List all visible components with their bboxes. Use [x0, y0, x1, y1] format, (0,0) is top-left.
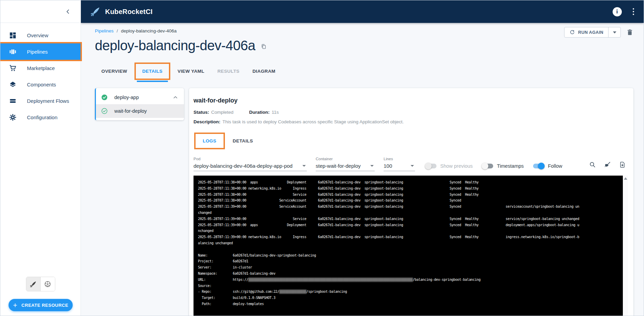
timestamps-label: Timestamps	[497, 163, 524, 169]
scroll-up-icon[interactable]	[624, 177, 627, 180]
log-terminal: 2025-05-28T07:11:38+00:00 apps Deploymen…	[194, 176, 628, 316]
container-select[interactable]: Container step-wait-for-deploy	[316, 157, 375, 171]
duration-value: 11s	[272, 110, 279, 115]
theme-tool-group	[26, 277, 55, 291]
sidebar-item-deployment-flows[interactable]: Deployment Flows	[0, 93, 81, 109]
task-tree-card: deploy-app wait-for-deploy	[95, 88, 184, 120]
duration-label: Duration:	[249, 110, 270, 115]
description-row: Description: This task is used to deploy…	[194, 119, 628, 124]
search-logs-button[interactable]	[589, 161, 596, 168]
sidebar-item-label: Overview	[27, 32, 48, 38]
tab-log-details[interactable]: DETAILS	[226, 134, 260, 148]
sidebar: Overview Pipelines Marketplace Component…	[0, 0, 81, 316]
quill-theme-button[interactable]	[26, 277, 41, 291]
sidebar-collapse-button[interactable]	[63, 6, 73, 17]
main: KubeRocketCI i Pipelines / deploy-balanc…	[81, 0, 644, 316]
app-logo[interactable]: KubeRocketCI	[90, 6, 153, 17]
log-controls: Pod deploy-balancing-dev-406a-deploy-app…	[194, 157, 628, 171]
description-label: Description:	[194, 119, 220, 124]
status-label: Status:	[194, 110, 209, 115]
lines-select[interactable]: Lines 100	[384, 157, 415, 171]
breadcrumb: Pipelines / deploy-balancing-dev-406a	[95, 28, 633, 33]
container-select-value: step-wait-for-deploy	[316, 163, 361, 169]
sidebar-item-pipelines[interactable]: Pipelines	[0, 43, 81, 60]
tab-view-yaml[interactable]: VIEW YAML	[171, 64, 211, 79]
download-file-icon	[619, 161, 626, 168]
chevron-up-icon[interactable]	[172, 94, 178, 100]
log-toggles: Show previous Timestamps Follow	[425, 163, 562, 171]
switch-knob	[482, 163, 488, 169]
dashboard-icon	[9, 31, 17, 39]
pod-select-value: deploy-balancing-dev-406a-deploy-app-pod	[194, 163, 292, 169]
run-again-button[interactable]: RUN AGAIN	[564, 27, 608, 37]
status-field: Status: Completed	[194, 110, 233, 115]
switch-on-icon	[533, 164, 544, 168]
kubernetes-theme-button[interactable]	[41, 277, 55, 291]
task-label: wait-for-deploy	[114, 108, 178, 114]
switch-off-icon	[425, 164, 437, 168]
annotation-details-tab: DETAILS	[134, 63, 171, 80]
flows-icon	[9, 97, 17, 105]
tab-details[interactable]: DETAILS	[136, 64, 169, 79]
caret-down-icon	[411, 165, 414, 167]
clear-logs-button[interactable]	[604, 161, 611, 168]
task-title: wait-for-deploy	[194, 97, 628, 104]
follow-label: Follow	[548, 163, 562, 169]
sidebar-header	[0, 0, 81, 23]
terminal-scrollbar[interactable]	[623, 176, 628, 316]
page-title: deploy-balancing-dev-406a	[95, 38, 255, 53]
active-tab-underline	[137, 81, 168, 82]
sidebar-item-label: Pipelines	[27, 49, 48, 55]
switch-knob	[538, 163, 545, 169]
refresh-icon	[569, 29, 575, 35]
tab-overview[interactable]: OVERVIEW	[95, 64, 134, 79]
create-resource-button[interactable]: CREATE RESOURCE	[9, 299, 73, 311]
kebab-dot	[633, 11, 634, 13]
log-output: 2025-05-28T07:11:38+00:00 apps Deploymen…	[194, 176, 623, 316]
timestamps-toggle[interactable]: Timestamps	[482, 163, 524, 169]
sidebar-item-overview[interactable]: Overview	[0, 27, 81, 43]
plus-icon	[13, 303, 18, 308]
show-previous-label: Show previous	[440, 163, 473, 169]
tab-results[interactable]: RESULTS	[211, 64, 246, 79]
delete-button[interactable]	[626, 29, 633, 36]
annotation-logs-tab: LOGS	[194, 133, 225, 149]
pod-select[interactable]: Pod deploy-balancing-dev-406a-deploy-app…	[194, 157, 307, 171]
lines-select-label: Lines	[384, 157, 415, 161]
sidebar-footer: CREATE RESOURCE	[0, 277, 81, 316]
show-previous-toggle[interactable]: Show previous	[425, 163, 473, 169]
pod-select-value-row: deploy-balancing-dev-406a-deploy-app-pod	[194, 162, 307, 171]
task-row-deploy-app[interactable]: deploy-app	[96, 91, 184, 104]
follow-toggle[interactable]: Follow	[533, 163, 562, 169]
quill-icon	[29, 280, 37, 288]
app-bar: KubeRocketCI i	[81, 0, 644, 23]
switch-off-icon	[482, 164, 493, 168]
run-again-dropdown-button[interactable]	[608, 27, 620, 37]
copy-name-button[interactable]	[260, 43, 267, 50]
create-resource-label: CREATE RESOURCE	[22, 303, 68, 308]
task-row-wait-for-deploy[interactable]: wait-for-deploy	[96, 104, 184, 118]
duration-field: Duration: 11s	[249, 110, 279, 115]
rocket-quill-icon	[90, 6, 101, 17]
broom-icon	[604, 161, 611, 168]
tab-logs[interactable]: LOGS	[196, 134, 224, 148]
chevron-left-icon	[65, 9, 71, 15]
trash-icon	[626, 29, 633, 36]
download-logs-button[interactable]	[619, 161, 626, 168]
sidebar-item-label: Components	[27, 82, 56, 87]
sidebar-item-configuration[interactable]: Configuration	[0, 109, 81, 125]
info-button[interactable]: i	[613, 7, 622, 16]
description-value: This task is used to deploy Codebases ac…	[223, 119, 404, 124]
breadcrumb-pipelines-link[interactable]: Pipelines	[95, 28, 114, 33]
tab-diagram[interactable]: DIAGRAM	[246, 64, 282, 79]
sidebar-item-marketplace[interactable]: Marketplace	[0, 60, 81, 76]
pipeline-tabs: OVERVIEW DETAILS VIEW YAML RESULTS DIAGR…	[95, 63, 633, 80]
container-select-label: Container	[316, 157, 375, 161]
kubernetes-icon	[44, 280, 52, 288]
run-again-split-button: RUN AGAIN	[564, 27, 621, 38]
sidebar-item-components[interactable]: Components	[0, 76, 81, 93]
kebab-menu-button[interactable]	[631, 7, 636, 17]
container-select-value-row: step-wait-for-deploy	[316, 162, 375, 171]
sidebar-item-label: Configuration	[27, 114, 57, 120]
status-value: Completed	[211, 110, 233, 115]
